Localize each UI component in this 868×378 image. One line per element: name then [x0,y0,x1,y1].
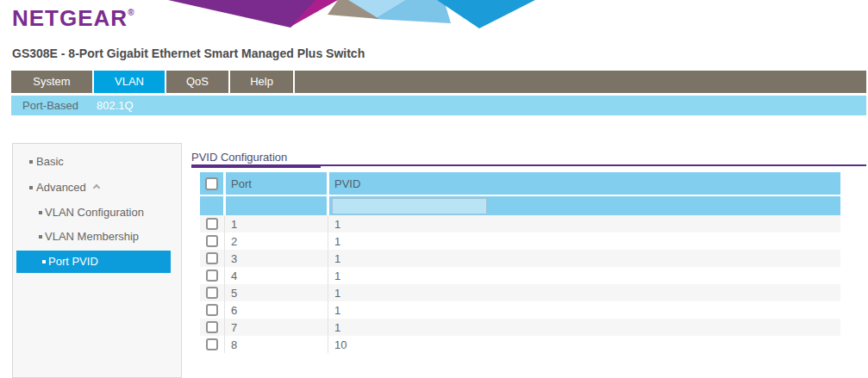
bullet-icon [42,260,46,263]
sidebar-item-vlan-configuration[interactable]: VLAN Configuration [13,204,181,221]
tab-qos[interactable]: QoS [166,71,230,93]
page-title: PVID Configuration [191,151,287,164]
table-row: 1 1 [200,215,840,232]
sidebar: Basic Advanced VLAN Configuration VLAN M… [12,143,182,378]
main-nav: System VLAN QoS Help [11,71,866,93]
pvid-cell: 10 [329,336,840,353]
logo-text: NETGEAR [12,5,128,31]
pvid-cell: 1 [329,319,840,336]
table-row: 7 1 [200,319,840,336]
pvid-table: Port PVID 1 1 2 1 [200,172,840,353]
header-checkbox-cell [200,172,223,195]
title-rule-accent [191,164,321,168]
subnav-8021q[interactable]: 802.1Q [97,99,134,112]
pvid-cell: 1 [329,215,840,232]
pvid-cell: 1 [329,250,840,267]
row-checkbox[interactable] [206,287,218,299]
table-row: 4 1 [200,267,840,284]
sub-nav: Port-Based 802.1Q [11,96,866,115]
row-checkbox[interactable] [206,304,218,316]
sidebar-item-port-pvid[interactable]: Port PVID [16,251,171,273]
product-title: GS308E - 8-Port Gigabit Ethernet Smart M… [12,46,365,60]
sidebar-item-label: Port PVID [48,255,98,268]
pvid-cell: 1 [329,301,840,319]
banner-shape-bright-blue [437,0,535,28]
pvid-column-header: PVID [329,172,840,195]
bullet-icon [39,235,42,239]
port-filter-cell [226,196,327,215]
banner-shape-purple [168,0,321,28]
sidebar-item-basic[interactable]: Basic [13,153,181,170]
sidebar-item-label: VLAN Membership [45,230,139,243]
registered-mark: ® [128,8,134,17]
row-checkbox[interactable] [206,218,218,230]
bullet-icon [39,211,42,214]
table-row: 3 1 [200,250,840,267]
filter-checkbox-cell [200,196,223,215]
row-checkbox-cell [200,215,223,232]
tab-system[interactable]: System [11,71,94,93]
row-checkbox-cell [200,284,223,301]
tab-vlan[interactable]: VLAN [94,71,166,93]
port-cell: 1 [226,215,327,232]
row-checkbox[interactable] [206,270,218,282]
collapse-caret-icon [93,184,100,191]
port-cell: 6 [226,301,327,319]
row-checkbox-cell [200,232,223,250]
sidebar-item-label: VLAN Configuration [45,206,144,219]
table-row: 2 1 [200,232,840,250]
sidebar-item-vlan-membership[interactable]: VLAN Membership [13,228,181,245]
sidebar-item-advanced[interactable]: Advanced [13,179,181,196]
row-checkbox[interactable] [206,321,218,333]
port-cell: 8 [226,336,327,353]
bullet-icon [29,160,33,164]
table-body: 1 1 2 1 3 1 4 1 5 1 [200,215,840,353]
table-row: 5 1 [200,284,840,301]
subnav-port-based[interactable]: Port-Based [22,99,78,112]
tab-help[interactable]: Help [230,71,295,93]
row-checkbox-cell [200,319,223,336]
table-filter-row [200,196,840,215]
port-cell: 7 [226,319,327,336]
row-checkbox[interactable] [206,338,218,350]
sidebar-item-label: Basic [36,155,64,168]
row-checkbox-cell [200,250,223,267]
table-row: 6 1 [200,301,840,319]
pvid-cell: 1 [329,284,840,301]
row-checkbox-cell [200,267,223,284]
table-header-row: Port PVID [200,172,840,195]
netgear-switch-admin-page: NETGEAR® GS308E - 8-Port Gigabit Etherne… [0,0,868,378]
table-row: 8 10 [200,336,840,353]
pvid-filter-input[interactable] [332,198,487,214]
row-checkbox-cell [200,301,223,319]
port-cell: 4 [226,267,327,284]
port-cell: 3 [226,250,327,267]
netgear-logo: NETGEAR® [12,5,134,32]
port-cell: 5 [226,284,327,301]
bullet-icon [29,186,33,189]
port-cell: 2 [226,232,327,250]
select-all-checkbox[interactable] [205,177,218,190]
sidebar-item-label: Advanced [36,181,86,194]
pvid-cell: 1 [329,267,840,284]
row-checkbox[interactable] [206,252,218,264]
row-checkbox-cell [200,336,223,353]
port-column-header: Port [226,172,327,195]
pvid-cell: 1 [329,232,840,250]
row-checkbox[interactable] [206,235,218,247]
